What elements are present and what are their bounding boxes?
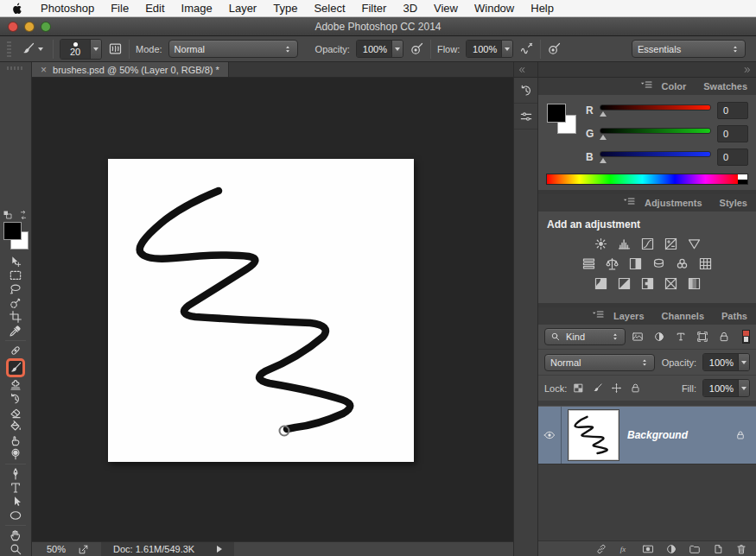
adj-brightness-icon[interactable] (594, 237, 608, 251)
menu-item-help[interactable]: Help (530, 2, 554, 15)
foreground-color-swatch[interactable] (3, 222, 22, 240)
brush-panel-toggle-icon[interactable] (108, 41, 123, 56)
adj-mixer-icon[interactable] (675, 256, 689, 271)
menu-item-image[interactable]: Image (181, 2, 213, 15)
slider-thumb[interactable] (600, 111, 607, 117)
move-tool[interactable] (9, 255, 22, 269)
lock-icon[interactable] (718, 331, 730, 343)
apple-icon[interactable] (10, 2, 24, 16)
smudge-tool[interactable] (9, 433, 22, 447)
marquee-tool[interactable] (9, 269, 22, 282)
blend-mode-select[interactable]: Normal (168, 40, 298, 58)
menu-item-file[interactable]: File (111, 2, 129, 15)
crop-tool[interactable] (9, 310, 22, 324)
red-value-field[interactable]: 0 (717, 102, 748, 119)
folder-icon[interactable] (689, 543, 701, 555)
swap-colors-icon[interactable] (18, 210, 29, 220)
brush-icon[interactable] (592, 382, 603, 394)
adj-selective-icon[interactable] (687, 276, 702, 291)
blue-value-field[interactable]: 0 (717, 148, 748, 166)
tab-swatches[interactable]: Swatches (695, 78, 756, 95)
history-panel-button[interactable] (514, 78, 537, 104)
tab-channels[interactable]: Channels (653, 307, 714, 325)
menu-item-layer[interactable]: Layer (229, 2, 257, 15)
adj-hue-icon[interactable] (581, 256, 596, 271)
slider-thumb[interactable] (600, 158, 607, 163)
tab-styles[interactable]: Styles (711, 194, 756, 212)
shape-tool[interactable] (9, 509, 22, 522)
options-grip[interactable] (7, 41, 11, 57)
checker-icon[interactable] (573, 382, 584, 394)
hand-tool[interactable] (9, 528, 22, 542)
adj-threshold-icon[interactable] (640, 276, 655, 291)
panel-menu-icon[interactable] (639, 78, 653, 92)
menu-item-window[interactable]: Window (474, 2, 514, 15)
move-cross-icon[interactable] (611, 382, 622, 394)
tablet-size-icon[interactable] (547, 41, 562, 56)
zoom-window-button[interactable] (41, 22, 51, 32)
lock-icon[interactable] (630, 382, 641, 394)
tab-paths[interactable]: Paths (713, 307, 756, 325)
filter-kind-select[interactable]: Kind (544, 328, 626, 345)
menu-item-photoshop[interactable]: Photoshop (41, 2, 94, 15)
pen-tool[interactable] (9, 467, 22, 481)
adj-invert-icon[interactable] (594, 276, 608, 291)
workspace-select[interactable]: Essentials (632, 40, 746, 58)
menu-item-edit[interactable]: Edit (145, 2, 164, 15)
tablet-opacity-icon[interactable] (410, 41, 424, 56)
menu-item-filter[interactable]: Filter (362, 2, 387, 15)
expand-panels-icon[interactable] (518, 66, 526, 74)
spot-healing-brush-tool[interactable] (9, 344, 22, 357)
quick-selection-tool[interactable] (9, 296, 22, 310)
menu-item-type[interactable]: Type (273, 2, 297, 15)
adj-photofilter-icon[interactable] (651, 256, 666, 271)
menu-item-view[interactable]: View (434, 2, 458, 15)
layer-thumbnail[interactable] (569, 410, 619, 460)
zoom-tool[interactable] (9, 542, 22, 556)
tab-color[interactable]: Color (653, 78, 696, 95)
filter-type-icon[interactable] (675, 331, 687, 343)
layer-fill-dropdown[interactable]: 100% (702, 379, 750, 397)
new-layer-icon[interactable] (712, 543, 724, 555)
gradient-tool[interactable] (9, 420, 22, 433)
adj-gradmap-icon[interactable] (664, 276, 678, 291)
document-tab[interactable]: × brushes.psd @ 50% (Layer 0, RGB/8) * (32, 62, 229, 77)
half-circle-icon[interactable] (665, 543, 677, 555)
eyedropper-tool[interactable] (9, 324, 22, 338)
close-window-button[interactable] (8, 22, 18, 32)
zoom-level-field[interactable]: 50% (47, 544, 66, 554)
filter-frame-icon[interactable] (696, 331, 708, 343)
tab-close-icon[interactable]: × (41, 65, 47, 75)
color-spectrum-ramp[interactable] (546, 174, 748, 185)
foreground-color-swatch[interactable] (547, 104, 566, 123)
default-colors-icon[interactable] (3, 210, 13, 220)
eraser-tool[interactable] (9, 406, 22, 420)
panel-menu-icon[interactable] (591, 307, 605, 321)
layer-row-background[interactable]: Background (538, 406, 756, 464)
toolbar-grip[interactable] (7, 66, 24, 70)
half-circle-icon[interactable] (653, 331, 665, 343)
menu-item-select[interactable]: Select (314, 2, 345, 15)
green-value-field[interactable]: 0 (717, 125, 748, 142)
slider-thumb[interactable] (600, 135, 607, 140)
collapse-panels-icon[interactable] (743, 66, 752, 74)
adj-balance-icon[interactable] (605, 256, 619, 271)
share-icon[interactable] (78, 544, 89, 555)
tab-layers[interactable]: Layers (605, 307, 652, 325)
minimize-window-button[interactable] (24, 22, 35, 32)
trash-icon[interactable] (735, 543, 747, 555)
adj-levels-icon[interactable] (617, 237, 632, 251)
brush-size-picker[interactable]: 20 (60, 39, 102, 60)
adj-lookup-icon[interactable] (698, 256, 713, 271)
tool-preset-picker[interactable] (17, 40, 47, 58)
link-icon[interactable] (595, 543, 607, 555)
brush-tool[interactable] (9, 361, 22, 375)
adj-exposure-icon[interactable] (664, 237, 678, 251)
adj-vibrance-icon[interactable] (687, 237, 702, 251)
lasso-tool[interactable] (9, 282, 22, 296)
filter-image-icon[interactable] (632, 331, 644, 343)
path-selection-tool[interactable] (9, 495, 22, 509)
type-tool[interactable] (9, 481, 22, 495)
properties-panel-button[interactable] (514, 104, 537, 130)
canvas[interactable] (108, 159, 414, 462)
